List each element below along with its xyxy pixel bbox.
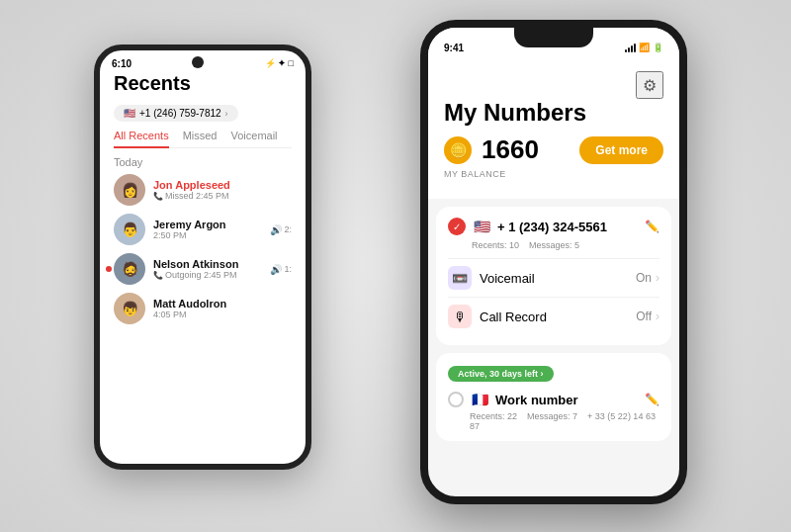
work-recents-count: Recents: 22 — [470, 411, 517, 421]
call-detail-jeremy: 2:50 PM — [153, 230, 262, 240]
voicemail-icon-box: 📼 — [448, 266, 472, 290]
voicemail-value: On — [636, 271, 652, 285]
edit-number-icon[interactable]: ✏️ — [645, 220, 659, 233]
call-item-jon[interactable]: 👩 Jon Appleseed 📞 Missed 2:45 PM — [114, 174, 292, 206]
left-status-icons: ⚡ ✦ □ — [265, 58, 294, 68]
flag-us-small: 🇺🇸 — [124, 108, 135, 119]
call-record-icon: 🎙 — [454, 310, 467, 324]
tab-all-recents[interactable]: All Recents — [114, 130, 169, 148]
call-detail-jon: 📞 Missed 2:45 PM — [153, 191, 292, 201]
check-circle-icon: ✓ — [448, 218, 466, 235]
iphone-notch — [514, 28, 593, 47]
coin-icon: 🪙 — [444, 136, 472, 164]
call-record-value: Off — [636, 310, 652, 323]
work-card: Active, 30 days left › 🇫🇷 Work number ✏️… — [436, 353, 671, 441]
number-pill[interactable]: 🇺🇸 +1 (246) 759-7812 › — [114, 105, 238, 122]
left-phone: 6:10 ⚡ ✦ □ Recents 🇺🇸 +1 (246) 759-7812 … — [94, 44, 311, 470]
call-name-matt: Matt Audolron — [153, 298, 292, 310]
iphone-status-icons: 📶 🔋 — [625, 43, 663, 52]
voicemail-icon: 📼 — [452, 271, 468, 286]
battery-icon: 🔋 — [653, 43, 663, 52]
left-time: 6:10 — [112, 58, 132, 69]
work-row: 🇫🇷 Work number ✏️ — [448, 390, 659, 409]
call-record-chevron: › — [656, 310, 659, 323]
voicemail-chevron: › — [656, 271, 659, 285]
pill-number: +1 (246) 759-7812 — [139, 108, 221, 119]
work-messages-count: Messages: 7 — [527, 411, 577, 421]
call-name-jon: Jon Appleseed — [153, 179, 292, 191]
call-detail-nelson: 📞 Outgoing 2:45 PM — [153, 270, 262, 280]
number-main-row: ✓ 🇺🇸 + 1 (234) 324-5561 ✏️ — [448, 217, 659, 236]
call-right-nelson: 🔊 1: — [270, 264, 292, 275]
balance-label: MY BALANCE — [444, 169, 663, 179]
today-label: Today — [114, 156, 292, 168]
call-name-nelson: Nelson Atkinson — [153, 258, 262, 270]
right-phone: 9:41 📶 🔋 ⚙ My Numbers 🪙 1660 Get more MY… — [420, 20, 687, 504]
recents-title: Recents — [114, 72, 292, 95]
flag-us-icon: 🇺🇸 — [472, 217, 491, 236]
avatar-jeremy: 👨 — [114, 214, 145, 245]
avatar-jon: 👩 — [114, 174, 145, 206]
call-record-label: Call Record — [480, 310, 636, 324]
recents-tabs: All Recents Missed Voicemail — [114, 130, 292, 148]
left-body: Recents 🇺🇸 +1 (246) 759-7812 › All Recen… — [100, 72, 306, 324]
work-recents-row: Recents: 22 Messages: 7 + 33 (5 22) 14 6… — [470, 411, 659, 431]
call-item-nelson[interactable]: 🧔 Nelson Atkinson 📞 Outgoing 2:45 PM 🔊 1… — [114, 253, 292, 285]
call-item-matt[interactable]: 👦 Matt Audolron 4:05 PM — [114, 293, 292, 324]
iphone-header: ⚙ My Numbers 🪙 1660 Get more MY BALANCE — [428, 63, 679, 199]
tab-voicemail[interactable]: Voicemail — [230, 130, 277, 143]
call-record-icon-box: 🎙 — [448, 305, 472, 328]
call-name-jeremy: Jeremy Argon — [153, 219, 262, 230]
number-card: ✓ 🇺🇸 + 1 (234) 324-5561 ✏️ Recents: 10 M… — [436, 207, 671, 345]
messages-count: Messages: 5 — [529, 240, 579, 250]
voicemail-row[interactable]: 📼 Voicemail On › — [448, 258, 659, 297]
page-title: My Numbers — [444, 99, 663, 127]
call-detail-matt: 4:05 PM — [153, 310, 292, 319]
red-dot-nelson — [106, 266, 112, 272]
voicemail-label: Voicemail — [480, 271, 636, 286]
wifi-icon: 📶 — [639, 43, 650, 52]
iphone-status-bar: 9:41 📶 🔋 — [428, 28, 679, 63]
iphone-time: 9:41 — [444, 43, 464, 53]
main-phone-number: + 1 (234) 324-5561 — [497, 220, 639, 234]
work-radio-icon[interactable] — [448, 392, 464, 407]
balance-amount: 1660 — [482, 134, 539, 165]
call-info-jon: Jon Appleseed 📞 Missed 2:45 PM — [153, 179, 292, 201]
avatar-matt: 👦 — [114, 293, 145, 324]
left-camera — [192, 56, 204, 68]
tab-missed[interactable]: Missed — [183, 130, 218, 143]
left-status-bar: 6:10 ⚡ ✦ □ — [100, 50, 306, 72]
call-info-jeremy: Jeremy Argon 2:50 PM — [153, 219, 262, 240]
call-info-matt: Matt Audolron 4:05 PM — [153, 298, 292, 319]
pill-arrow: › — [225, 109, 228, 119]
call-item-jeremy[interactable]: 👨 Jeremy Argon 2:50 PM 🔊 2: — [114, 214, 292, 245]
call-right-jeremy: 🔊 2: — [270, 224, 292, 235]
get-more-button[interactable]: Get more — [579, 136, 663, 164]
settings-button[interactable]: ⚙ — [636, 71, 663, 99]
edit-work-icon[interactable]: ✏️ — [645, 393, 659, 406]
recents-messages-row: Recents: 10 Messages: 5 — [472, 240, 659, 250]
recents-count: Recents: 10 — [472, 240, 519, 250]
call-info-nelson: Nelson Atkinson 📞 Outgoing 2:45 PM — [153, 258, 262, 280]
flag-fr-icon: 🇫🇷 — [470, 390, 489, 409]
active-badge[interactable]: Active, 30 days left › — [448, 366, 554, 382]
avatar-nelson: 🧔 — [114, 253, 145, 285]
work-number-label: Work number — [495, 393, 639, 407]
balance-row: 🪙 1660 Get more — [444, 134, 663, 165]
call-record-row[interactable]: 🎙 Call Record Off › — [448, 297, 659, 335]
signal-bars-icon — [625, 43, 636, 52]
